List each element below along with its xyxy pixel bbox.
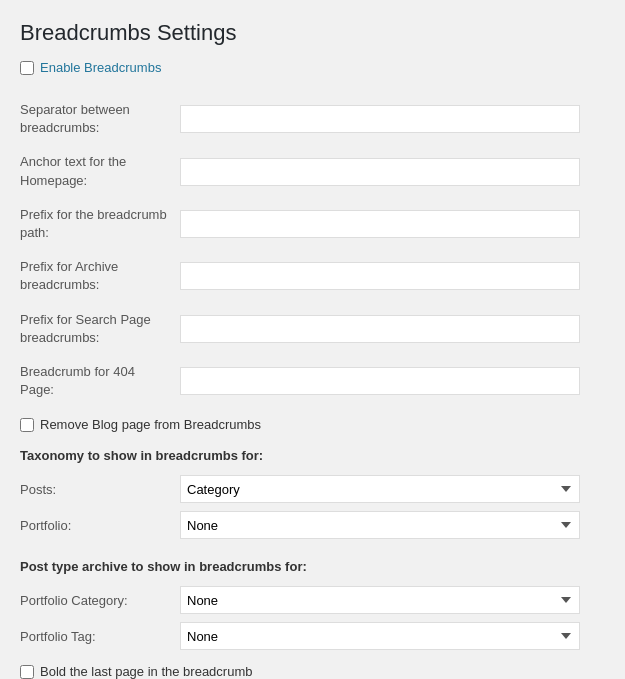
enable-breadcrumbs-row: Enable Breadcrumbs xyxy=(20,60,605,75)
posts-taxonomy-select[interactable]: Category Tag None xyxy=(180,475,580,503)
portfolio-tag-row: Portfolio Tag: None Category Tag xyxy=(20,618,605,654)
separator-row: Separator between breadcrumbs: xyxy=(20,93,605,145)
prefix-path-label: Prefix for the breadcrumb path: xyxy=(20,198,180,250)
portfolio-taxonomy-label: Portfolio: xyxy=(20,507,180,543)
prefix-search-input[interactable] xyxy=(180,315,580,343)
bold-last-checkbox[interactable] xyxy=(20,665,34,679)
remove-blog-label[interactable]: Remove Blog page from Breadcrumbs xyxy=(40,417,261,432)
enable-breadcrumbs-checkbox[interactable] xyxy=(20,61,34,75)
prefix-search-row: Prefix for Search Page breadcrumbs: xyxy=(20,303,605,355)
portfolio-taxonomy-select[interactable]: None Category Tag xyxy=(180,511,580,539)
separator-label: Separator between breadcrumbs: xyxy=(20,93,180,145)
separator-input[interactable] xyxy=(180,105,580,133)
remove-blog-row: Remove Blog page from Breadcrumbs xyxy=(20,417,605,432)
breadcrumb-404-row: Breadcrumb for 404 Page: xyxy=(20,355,605,407)
portfolio-category-label: Portfolio Category: xyxy=(20,582,180,618)
remove-blog-checkbox[interactable] xyxy=(20,418,34,432)
post-type-table: Portfolio Category: None Category Tag Po… xyxy=(20,582,605,654)
portfolio-tag-select[interactable]: None Category Tag xyxy=(180,622,580,650)
portfolio-tag-label: Portfolio Tag: xyxy=(20,618,180,654)
anchor-text-label: Anchor text for the Homepage: xyxy=(20,145,180,197)
prefix-path-input[interactable] xyxy=(180,210,580,238)
page-title: Breadcrumbs Settings xyxy=(20,20,605,46)
breadcrumb-404-label: Breadcrumb for 404 Page: xyxy=(20,355,180,407)
bold-last-label[interactable]: Bold the last page in the breadcrumb xyxy=(40,664,252,679)
prefix-search-label: Prefix for Search Page breadcrumbs: xyxy=(20,303,180,355)
portfolio-taxonomy-row: Portfolio: None Category Tag xyxy=(20,507,605,543)
breadcrumb-404-input[interactable] xyxy=(180,367,580,395)
post-type-section-heading: Post type archive to show in breadcrumbs… xyxy=(20,559,605,574)
bold-last-row: Bold the last page in the breadcrumb xyxy=(20,664,605,679)
taxonomy-section-heading: Taxonomy to show in breadcrumbs for: xyxy=(20,448,605,463)
prefix-archive-label: Prefix for Archive breadcrumbs: xyxy=(20,250,180,302)
enable-breadcrumbs-label[interactable]: Enable Breadcrumbs xyxy=(40,60,161,75)
prefix-archive-input[interactable] xyxy=(180,262,580,290)
settings-form-table: Separator between breadcrumbs: Anchor te… xyxy=(20,93,605,407)
posts-taxonomy-label: Posts: xyxy=(20,471,180,507)
posts-taxonomy-row: Posts: Category Tag None xyxy=(20,471,605,507)
anchor-text-row: Anchor text for the Homepage: xyxy=(20,145,605,197)
anchor-text-input[interactable] xyxy=(180,158,580,186)
portfolio-category-row: Portfolio Category: None Category Tag xyxy=(20,582,605,618)
taxonomy-table: Posts: Category Tag None Portfolio: None… xyxy=(20,471,605,543)
prefix-archive-row: Prefix for Archive breadcrumbs: xyxy=(20,250,605,302)
prefix-path-row: Prefix for the breadcrumb path: xyxy=(20,198,605,250)
portfolio-category-select[interactable]: None Category Tag xyxy=(180,586,580,614)
